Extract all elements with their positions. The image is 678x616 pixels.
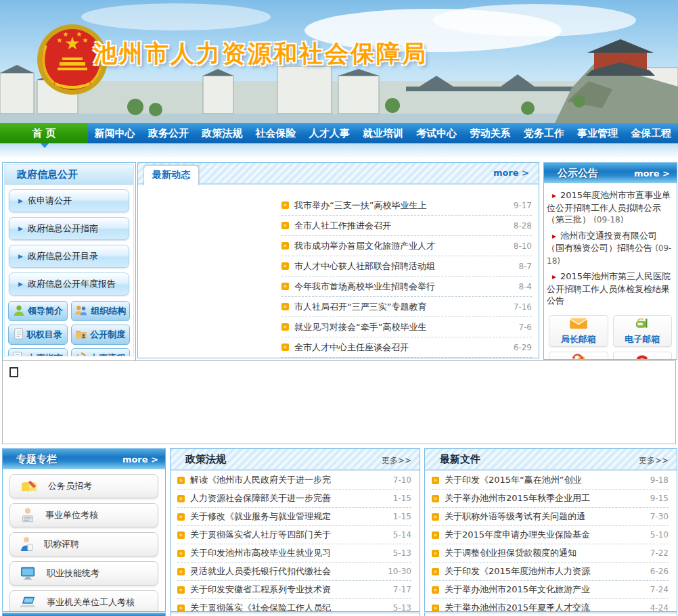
folder-icon <box>75 329 87 341</box>
nav-item-social-insurance[interactable]: 社会保险 <box>249 123 302 143</box>
institution-assessment-button[interactable]: 事业单位考核 <box>9 503 158 527</box>
org-structure-button[interactable]: 组织结构 <box>71 301 131 321</box>
banner-image: ★ ★ ★ ★ ★ 池州市人力资源和社会保障局 <box>0 0 678 123</box>
title-evaluation-button[interactable]: 职称评聘 <box>9 532 158 556</box>
person-icon <box>13 304 25 318</box>
svg-text:★: ★ <box>83 37 89 44</box>
gov-info-panel-inner: 政府信息公开 依申请公开 政府信息公开指南 政府信息公开目录 政府信息公开年度报… <box>4 164 134 356</box>
svg-text:★: ★ <box>63 30 69 38</box>
special-topics-more-link[interactable]: more > <box>122 454 158 465</box>
monitor-icon <box>20 566 37 581</box>
docs-list-item[interactable]: 关于举办池州市2015年文化旅游产业 7-24 <box>432 581 669 599</box>
policy-list-item[interactable]: 人力资源社会保障部关于进一步完善 1-15 <box>177 490 411 508</box>
duty-catalog-button[interactable]: 职权目录 <box>8 325 68 345</box>
policy-list-item[interactable]: 灵活就业人员委托银行代扣代缴社会 10-30 <box>177 563 411 581</box>
gov-info-panel-title: 政府信息公开 <box>5 165 133 185</box>
director-mailbox-button[interactable]: 局长邮箱 <box>549 315 608 347</box>
nav-item-party-work[interactable]: 党务工作 <box>517 123 570 143</box>
notice-list: 2015年度池州市市直事业单位公开招聘工作人员拟聘公示（第三批） (09-18)… <box>544 183 677 308</box>
news-list-item[interactable]: 就业见习对接会“牵手”高校毕业生 7-6 <box>281 317 532 337</box>
nav-item-talent[interactable]: 人才人事 <box>302 123 356 143</box>
next-section-stub-left <box>2 613 166 616</box>
gov-info-link[interactable]: 依申请公开 <box>9 189 129 212</box>
special-topics-header: 专题专栏 more > <box>3 449 165 469</box>
email-button[interactable]: 电子邮箱 <box>613 315 673 347</box>
latest-docs-more-link[interactable]: 更多>> <box>639 455 669 467</box>
latest-docs-header: 最新文件 更多>> <box>425 449 677 471</box>
policy-list-item[interactable]: 关于印发池州市高校毕业生就业见习 5-13 <box>177 544 411 563</box>
policy-list-item[interactable]: 关于修改《就业服务与就业管理规定 1-15 <box>177 508 411 526</box>
leader-intro-button[interactable]: 领导简介 <box>8 301 68 321</box>
nav-item-employment-training[interactable]: 就业培训 <box>356 123 409 143</box>
nav-item-jinbao-project[interactable]: 金保工程 <box>625 123 678 143</box>
open-system-button[interactable]: 公开制度 <box>71 325 131 345</box>
docs-list-item[interactable]: 关于举办池州市2015年秋季企业用工 9-15 <box>432 490 669 508</box>
docs-list-item[interactable]: 关于职称外语等级考试有关问题的通 7-30 <box>432 508 669 526</box>
news-list-item[interactable]: 今年我市首场高校毕业生招聘会举行 8-4 <box>281 277 532 297</box>
gov-info-link[interactable]: 政府信息公开年度报告 <box>9 273 129 295</box>
latest-docs-panel: 最新文件 更多>> 关于印发《2015年“赢在池州”创业 9-18 关于举办池州… <box>424 448 677 612</box>
svg-text:★: ★ <box>76 30 83 38</box>
complaint-phone-icon <box>570 353 587 360</box>
nav-item-exam-center[interactable]: 考试中心 <box>410 123 464 143</box>
news-list-item[interactable]: 全市人社工作推进会召开 8-28 <box>281 216 532 236</box>
worker-assessment-button[interactable]: 事业机关单位工人考核 <box>9 590 158 612</box>
docs-list-item[interactable]: 关于调整创业担保贷款额度的通知 7-22 <box>432 544 669 563</box>
page: ★ ★ ★ ★ ★ 池州市人力资源和社会保障局 首 页 新闻中心 政务公开 政策… <box>0 0 678 616</box>
nav-item-labor-relations[interactable]: 劳动关系 <box>464 123 517 143</box>
nav-item-news-center[interactable]: 新闻中心 <box>88 123 141 143</box>
policy-panel: 政策法规 更多>> 解读《池州市人民政府关于进一步完 7-10 人力资源社会保障… <box>170 448 420 612</box>
broken-image-icon <box>9 367 18 377</box>
gov-info-link[interactable]: 政府信息公开指南 <box>9 217 129 240</box>
quick-buttons-grid: 领导简介 组织结构 职权目录 公开制度 办事指南 <box>5 295 133 356</box>
vocational-skill-exam-button[interactable]: 职业技能统考 <box>9 561 158 586</box>
latest-docs-title: 最新文件 <box>440 453 480 466</box>
document-icon <box>14 328 24 342</box>
latest-news-header: 最新动态 more > <box>138 163 539 185</box>
notice-title: 公示公告 <box>558 167 598 180</box>
civil-servant-recruit-button[interactable]: 公务员招考 <box>9 474 158 498</box>
policy-list-item[interactable]: 关于贯彻落实《社会保险工作人员纪 5-13 <box>177 599 411 612</box>
service-process-button[interactable]: 办事流程 <box>71 348 131 356</box>
policy-list-item[interactable]: 关于贯彻落实省人社厅等四部门关于 5-14 <box>177 526 411 544</box>
active-tab-arrow-icon <box>41 143 49 148</box>
tab-latest-news[interactable]: 最新动态 <box>143 165 199 185</box>
person-news-icon <box>20 507 36 523</box>
docs-list-item[interactable]: 关于举办池州市2015年夏季人才交流 4-24 <box>432 599 669 612</box>
laptop-icon <box>20 596 37 609</box>
news-list-item[interactable]: 全市人才中心主任座谈会召开 6-29 <box>281 337 532 358</box>
special-topics-title: 专题专栏 <box>16 453 57 466</box>
notice-list-item[interactable]: 2015年度池州市市直事业单位公开招聘工作人员拟聘公示（第三批） (09-18) <box>547 189 673 227</box>
nav-item-institution-mgmt[interactable]: 事业管理 <box>570 123 624 143</box>
gov-info-panel: 政府信息公开 依申请公开 政府信息公开指南 政府信息公开目录 政府信息公开年度报… <box>2 162 136 361</box>
special-topics-panel: 专题专栏 more > 公务员招考 事业单位考核 职称评聘 职业技能统考 事业机… <box>2 448 166 612</box>
policy-list-item[interactable]: 解读《池州市人民政府关于进一步完 7-10 <box>177 471 411 490</box>
svg-text:★: ★ <box>57 37 63 44</box>
notice-list-item[interactable]: 池州市交通投资有限公司（国有独资公司）招聘公告 (09-18) <box>547 230 673 268</box>
notice-more-link[interactable]: more > <box>634 168 670 179</box>
docs-list-item[interactable]: 关于2015年度申请办理失业保险基金 5-10 <box>432 526 669 544</box>
notice-panel: 公示公告 more > 2015年度池州市市直事业单位公开招聘工作人员拟聘公示（… <box>543 162 677 360</box>
service-guide-button[interactable]: 办事指南 <box>8 348 68 356</box>
telephone-icon <box>633 353 651 360</box>
news-image-placeholder <box>143 191 275 348</box>
news-list-item[interactable]: 我市举办“三支一扶”高校毕业生上 9-17 <box>281 195 532 216</box>
news-list-item[interactable]: 市人社局召开“三严三实”专题教育 7-16 <box>281 297 532 317</box>
docs-list-item[interactable]: 关于印发《2015年度池州市人力资源 6-26 <box>432 563 669 581</box>
news-list-item[interactable]: 市人才中心获人社部联合招聘活动组 8-7 <box>281 256 532 277</box>
docs-list-item[interactable]: 关于印发《2015年“赢在池州”创业 9-18 <box>432 471 669 490</box>
gov-info-link[interactable]: 政府信息公开目录 <box>9 245 129 268</box>
nav-item-home[interactable]: 首 页 <box>0 123 88 143</box>
notice-list-item[interactable]: 2015年池州市第三人民医院公开招聘工作人员体检复检结果公告 <box>547 270 673 308</box>
middle-banner-box <box>2 360 676 444</box>
person-doc-icon <box>20 536 35 552</box>
policy-list-item[interactable]: 关于印发安徽省工程系列专业技术资 7-17 <box>177 581 411 599</box>
policy-more-link[interactable]: 更多>> <box>382 455 411 467</box>
next-section-stub-right <box>424 613 677 616</box>
online-complaint-button[interactable]: 在线投诉 <box>549 352 608 360</box>
nav-item-policies[interactable]: 政策法规 <box>196 123 249 143</box>
latest-news-more-link[interactable]: more > <box>493 168 529 178</box>
news-list-item[interactable]: 我市成功举办首届文化旅游产业人才 8-10 <box>281 236 532 256</box>
phone-consult-button[interactable]: 电话咨询 <box>613 352 673 360</box>
nav-item-gov-affairs[interactable]: 政务公开 <box>141 123 195 143</box>
